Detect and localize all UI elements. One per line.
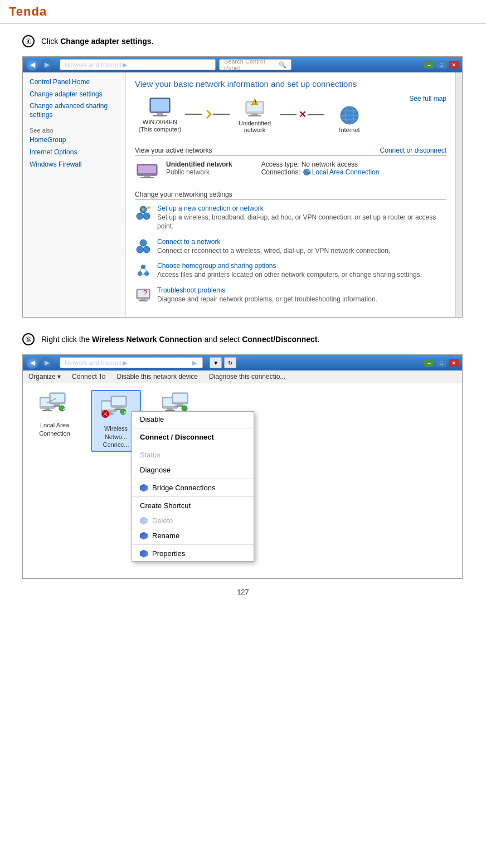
ctx-diagnose[interactable]: Diagnose — [132, 462, 254, 477]
connect-disconnect-link[interactable]: Connect or disconnect — [380, 147, 446, 154]
win2-breadcrumb-1[interactable]: Network and Internet — [65, 359, 122, 366]
logo: Tenda — [9, 4, 47, 19]
network-name: Unidentified network — [166, 160, 232, 168]
sidebar-homegroup[interactable]: HomeGroup — [30, 136, 119, 145]
svg-rect-18 — [144, 175, 150, 177]
svg-text:✓: ✓ — [123, 408, 128, 415]
svg-rect-17 — [138, 165, 156, 173]
local-area-connection-img: ✓ — [39, 390, 70, 419]
ctx-disable[interactable]: Disable — [132, 412, 254, 427]
back-button[interactable]: ◀ — [26, 58, 38, 71]
network-type: Public network — [166, 168, 232, 176]
svg-rect-42 — [139, 300, 148, 301]
win2-controls: – □ ✕ — [424, 359, 459, 367]
internet-icon — [336, 104, 363, 126]
win2-back-button[interactable]: ◀ — [26, 357, 38, 369]
organize-button[interactable]: Organize ▾ — [28, 373, 61, 381]
win2-address-path[interactable]: Network and Internet ▶ Network Connectio… — [60, 357, 203, 368]
win2-maximize[interactable]: □ — [436, 359, 446, 367]
svg-rect-61 — [116, 407, 122, 409]
connect-network-link[interactable]: Connect to a network — [157, 238, 390, 246]
context-menu: Disable Connect / Disconnect Status Diag… — [132, 411, 254, 562]
diagram-computer: WIN7X64EN(This computer) — [135, 96, 185, 133]
ctx-properties[interactable]: Properties — [132, 546, 254, 561]
svg-point-35 — [138, 271, 142, 276]
ctx-divider-4 — [132, 496, 254, 497]
svg-rect-46 — [45, 408, 50, 410]
svg-point-36 — [144, 271, 149, 276]
main-title: View your basic network information and … — [135, 79, 446, 89]
step5-line: ⑤ Right click the Wireless Network Conne… — [22, 333, 464, 345]
network-diagram: WIN7X64EN(This computer) — [135, 96, 446, 138]
address-path[interactable]: Network and Internet ▶ Network and Shari… — [60, 59, 216, 70]
connect-to-button[interactable]: Connect To — [72, 373, 106, 381]
sidebar-change-advanced[interactable]: Change advanced sharing settings — [30, 102, 119, 119]
svg-rect-47 — [42, 410, 52, 411]
win1-screenshot: ◀ ▶ Network and Internet ▶ Network and S… — [22, 56, 463, 318]
diagnose-button[interactable]: Diagnose this connectio... — [209, 373, 285, 381]
win1-sidebar: Control Panel Home Change adapter settin… — [23, 72, 126, 317]
forward-button[interactable]: ▶ — [41, 58, 53, 71]
settings-section-header: Change your networking settings — [135, 191, 446, 200]
svg-rect-50 — [55, 404, 60, 406]
maximize-button[interactable]: □ — [436, 61, 446, 69]
breadcrumb-network-internet[interactable]: Network and Internet — [65, 61, 122, 68]
win1-titlebar: ◀ ▶ Network and Internet ▶ Network and S… — [23, 57, 462, 72]
win1-titlebar-left: ◀ ▶ Network and Internet ▶ Network and S… — [26, 58, 296, 71]
page-number: 127 — [22, 588, 464, 596]
setting-item-3: ? Troubleshoot problems Diagnose and rep… — [135, 286, 446, 304]
set-up-connection-link[interactable]: Set up a new connection or network — [157, 204, 446, 212]
setting-icon-2 — [135, 262, 152, 279]
svg-rect-8 — [248, 115, 261, 116]
local-area-connection-link[interactable]: Local Area Connection — [312, 168, 380, 176]
diagram-network: ! Unidentified network — [230, 97, 280, 133]
setting-icon-0 — [135, 204, 152, 221]
win2-minimize[interactable]: – — [424, 359, 434, 367]
step5-circle: ⑤ — [22, 333, 35, 345]
ctx-create-shortcut[interactable]: Create Shortcut — [132, 498, 254, 513]
wireless-icon-img: ✓ — [100, 393, 132, 422]
step4-circle: ④ — [22, 35, 35, 47]
troubleshoot-link[interactable]: Troubleshoot problems — [157, 286, 377, 294]
breadcrumb-current: Network and Sharing Center — [128, 61, 211, 68]
setting-icon-1 — [135, 238, 152, 255]
ctx-rename[interactable]: Rename — [132, 528, 254, 543]
win2-refresh[interactable]: ↻ — [224, 357, 236, 368]
close-button[interactable]: ✕ — [449, 61, 459, 69]
see-full-map-link[interactable]: See full map — [409, 95, 446, 103]
search-box[interactable]: Search Control Panel 🔍 — [219, 59, 291, 70]
svg-rect-19 — [140, 177, 154, 178]
svg-rect-60 — [112, 397, 125, 405]
sidebar-control-panel-home[interactable]: Control Panel Home — [30, 78, 119, 87]
win2-close[interactable]: ✕ — [449, 359, 459, 367]
minimize-button[interactable]: – — [424, 61, 434, 69]
shield-icon-properties — [140, 550, 148, 558]
search-icon: 🔍 — [279, 61, 286, 69]
active-networks-label: View your active networks — [135, 147, 212, 154]
local-area-connection-icon[interactable]: ✓ Local AreaConnection — [30, 390, 80, 437]
sidebar-windows-firewall[interactable]: Windows Firewall — [30, 160, 119, 169]
win2-nav-extra[interactable]: ▼ — [210, 357, 222, 368]
scrollbar[interactable] — [455, 72, 462, 317]
win2-forward-button[interactable]: ▶ — [41, 357, 53, 369]
ctx-connect-disconnect[interactable]: Connect / Disconnect — [132, 430, 254, 445]
network-info: Unidentified network Public network — [166, 160, 232, 176]
ctx-bridge[interactable]: Bridge Connections — [132, 480, 254, 495]
svg-text:✓: ✓ — [62, 405, 67, 412]
network-icon: ! — [241, 97, 268, 120]
sidebar-internet-options[interactable]: Internet Options — [30, 148, 119, 157]
setting-item-0: Set up a new connection or network Set u… — [135, 204, 446, 231]
disable-network-button[interactable]: Disable this network device — [117, 373, 198, 381]
svg-marker-4 — [206, 110, 212, 119]
svg-point-76 — [182, 406, 187, 411]
homegroup-link[interactable]: Choose homegroup and sharing options — [157, 262, 422, 270]
network-card-icon — [135, 160, 159, 183]
main-content: ④ Click Change adapter settings. ◀ ▶ Net… — [0, 24, 486, 607]
address-bar: Network and Internet ▶ Network and Shari… — [60, 59, 291, 70]
win2-address-bar: Network and Internet ▶ Network Connectio… — [60, 357, 236, 368]
svg-text:!: ! — [255, 99, 256, 105]
ctx-status: Status — [132, 447, 254, 462]
header: Tenda — [0, 0, 486, 24]
sidebar-change-adapter[interactable]: Change adapter settings — [30, 90, 119, 99]
network-card: Unidentified network Public network Acce… — [135, 160, 446, 183]
